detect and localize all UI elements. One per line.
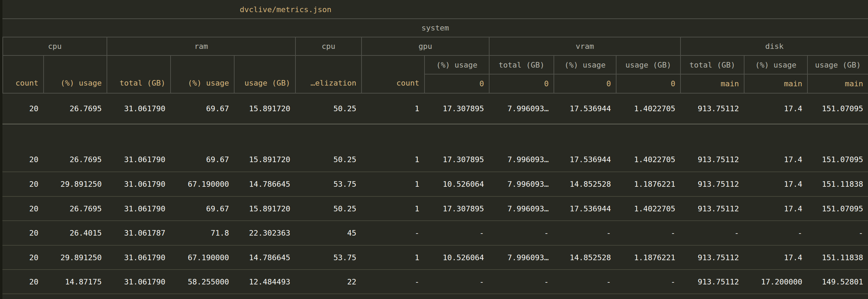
cell: 1.1876221: [616, 172, 680, 196]
cell: 20: [2, 172, 43, 196]
cell: 7.996093…: [489, 148, 554, 172]
cell: 31.061790: [107, 172, 170, 196]
cell: 17.307895: [424, 148, 489, 172]
cell: 913.75112: [680, 94, 744, 124]
cell: -: [361, 270, 424, 293]
cell: 1: [361, 246, 424, 269]
cell: 31.061790: [107, 94, 170, 124]
column-header: …elization: [295, 56, 361, 93]
cell: 7.996093…: [489, 246, 554, 269]
cell: 1: [361, 94, 424, 124]
cell: 50.25: [295, 197, 361, 220]
cell: 17.307895: [424, 197, 489, 220]
section-header: system: [421, 24, 449, 32]
terminal-metrics-table: dvclive/metrics.json system cpu ram cpu …: [0, 0, 868, 299]
column-header: total (GB): [107, 56, 170, 93]
cell: 17.4: [744, 246, 807, 269]
cell: 1.4022705: [616, 94, 680, 124]
cell: 26.7695: [43, 148, 107, 172]
column-header-leaf: main: [808, 74, 868, 93]
cell: 15.891720: [234, 94, 295, 124]
column-header-group: (%) usage main: [744, 56, 807, 93]
group-header-row: cpu ram cpu gpu vram disk: [2, 37, 868, 56]
cell: 1: [361, 197, 424, 220]
cell: 913.75112: [680, 148, 744, 172]
table-row: 20 29.891250 31.061790 67.190000 14.7866…: [2, 246, 868, 270]
cell: 69.67: [170, 94, 234, 124]
cell: 1: [361, 148, 424, 172]
cell: -: [424, 221, 489, 245]
cell: 45: [295, 221, 361, 245]
cell: 14.852528: [554, 172, 616, 196]
cell: 151.11838: [807, 172, 868, 196]
cell: 151.07095: [807, 197, 868, 220]
column-header-group: total (GB) main: [680, 56, 744, 93]
file-header-row: dvclive/metrics.json: [2, 0, 868, 19]
cell: 26.4015: [43, 221, 107, 245]
cell: -: [616, 221, 680, 245]
table-row: 20 26.7695 31.061790 69.67 15.891720 50.…: [2, 197, 868, 221]
cell: 31.061790: [107, 270, 170, 293]
cell: 151.11838: [807, 246, 868, 269]
cell: -: [361, 221, 424, 245]
group-header-disk: disk: [680, 37, 868, 55]
cell: 53.75: [295, 172, 361, 196]
table-left-edge: [0, 0, 2, 299]
column-header: (%) usage: [43, 56, 107, 93]
cell: 17.536944: [554, 94, 616, 124]
column-header-group: usage (GB) main: [807, 56, 868, 93]
column-header-leaf: 0: [554, 74, 616, 93]
cell: -: [616, 270, 680, 293]
cell: -: [744, 221, 807, 245]
cell: -: [489, 270, 554, 293]
cell: 22.302363: [234, 221, 295, 245]
cell: 20: [2, 94, 43, 124]
table-content: dvclive/metrics.json system cpu ram cpu …: [2, 0, 868, 299]
cell: 1.4022705: [616, 197, 680, 220]
cell: 1: [361, 172, 424, 196]
cell: 22: [295, 270, 361, 293]
cell: 20: [2, 270, 43, 293]
cell: 10.526064: [424, 172, 489, 196]
column-header-mid: total (GB): [681, 56, 744, 74]
group-header-vram: vram: [489, 37, 680, 55]
cell: 69.67: [170, 148, 234, 172]
column-header-group: usage (GB) 0: [616, 56, 680, 93]
cell: 31.061790: [107, 197, 170, 220]
cell: 7.996093…: [489, 94, 554, 124]
cell: 15.891720: [234, 148, 295, 172]
cell: 14.786645: [234, 246, 295, 269]
column-header: count: [361, 56, 424, 93]
column-header-mid: usage (GB): [616, 56, 680, 74]
column-header-row: count (%) usage total (GB) (%) usage usa…: [2, 56, 868, 94]
table-row-empty: [2, 124, 868, 148]
cell: -: [489, 221, 554, 245]
cell: 151.07095: [807, 94, 868, 124]
cell: 7.996093…: [489, 172, 554, 196]
cell: -: [680, 221, 744, 245]
cell: 29.891250: [43, 172, 107, 196]
cell: -: [424, 270, 489, 293]
column-header: (%) usage: [170, 56, 234, 93]
cell: -: [807, 221, 868, 245]
column-header-leaf: 0: [616, 74, 680, 93]
table-row: 20 26.4015 31.061787 71.8 22.302363 45 -…: [2, 221, 868, 246]
cell: 1.4022705: [616, 148, 680, 172]
cell: 17.307895: [424, 94, 489, 124]
cell: 913.75112: [680, 172, 744, 196]
group-header-cpu2: cpu: [295, 37, 361, 55]
table-row: 20 14.87175 31.061790 58.255000 12.48449…: [2, 270, 868, 294]
table-row: 20 26.7695 31.061790 69.67 15.891720 50.…: [2, 94, 868, 124]
cell: 58.255000: [170, 270, 234, 293]
cell: 12.484493: [234, 270, 295, 293]
cell: 31.061787: [107, 221, 170, 245]
cell: 69.67: [170, 197, 234, 220]
cell: 17.536944: [554, 148, 616, 172]
cell: -: [554, 270, 616, 293]
cell: 50.25: [295, 148, 361, 172]
column-header-group: total (GB) 0: [489, 56, 554, 93]
column-header-leaf: main: [681, 74, 744, 93]
cell: 913.75112: [680, 246, 744, 269]
cell: 10.526064: [424, 246, 489, 269]
cell: 31.061790: [107, 148, 170, 172]
